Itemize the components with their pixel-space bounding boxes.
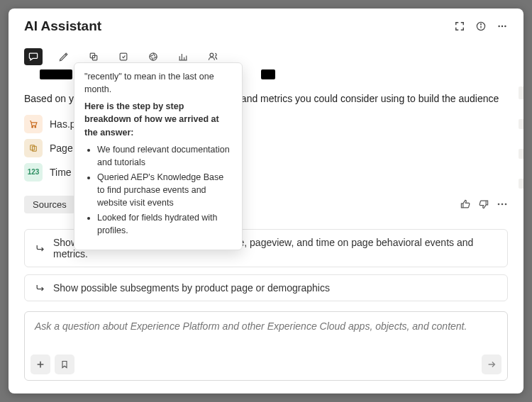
assistant-window: AI Assistant <box>9 9 523 393</box>
svg-point-5 <box>504 26 506 27</box>
more-icon[interactable] <box>497 199 508 210</box>
heading-prefix: Based on y <box>24 93 74 104</box>
redacted-text <box>40 69 72 79</box>
pages-icon <box>24 139 43 157</box>
svg-point-12 <box>35 126 36 128</box>
svg-point-18 <box>498 203 500 206</box>
svg-point-20 <box>505 203 507 206</box>
more-icon[interactable] <box>497 21 508 32</box>
composer <box>24 311 508 381</box>
content: Based on y and metrics you could conside… <box>9 69 523 388</box>
chip-label: Time <box>50 167 72 178</box>
suggestion-subsegments[interactable]: Show possible subsegments by product pag… <box>24 274 508 301</box>
pencil-icon[interactable] <box>55 48 72 65</box>
fullscreen-icon[interactable] <box>454 21 465 32</box>
svg-point-19 <box>501 203 504 206</box>
send-button[interactable] <box>482 354 501 374</box>
prompt-input[interactable] <box>25 312 507 350</box>
redacted-text <box>261 69 275 79</box>
svg-point-9 <box>150 53 157 60</box>
chat-mode-icon[interactable] <box>24 48 43 65</box>
feedback-actions <box>460 199 508 210</box>
reasoning-popover: "recently" to mean in the last one month… <box>74 62 243 250</box>
svg-rect-8 <box>120 53 127 60</box>
sources-button[interactable]: Sources <box>24 196 75 213</box>
svg-point-4 <box>501 26 503 27</box>
page-title: AI Assistant <box>24 18 101 34</box>
composer-bar <box>25 350 507 380</box>
popover-steps: We found relevant documentation and tuto… <box>84 143 232 238</box>
popover-step: We found relevant documentation and tuto… <box>97 143 232 169</box>
heading-suffix: and metrics you could consider using to … <box>241 93 499 104</box>
popover-step: Looked for fields hydrated with profiles… <box>97 211 232 237</box>
header-actions <box>454 21 508 32</box>
side-peek <box>519 86 523 242</box>
thumbs-up-icon[interactable] <box>460 199 471 210</box>
chip-label: Has.p <box>50 118 76 130</box>
bookmark-button[interactable] <box>55 354 74 374</box>
popover-step: Queried AEP's Knowledge Base to find pur… <box>97 171 232 209</box>
number-icon: 123 <box>24 163 43 182</box>
svg-point-10 <box>210 53 214 57</box>
thumbs-down-icon[interactable] <box>478 199 489 210</box>
popover-step-intro: Here is the step by step breakdown of ho… <box>84 100 232 138</box>
info-icon[interactable] <box>475 21 487 32</box>
svg-point-11 <box>32 126 33 128</box>
disclaimer: AI responses may be inaccurate or mislea… <box>9 388 523 393</box>
cart-icon <box>24 115 43 133</box>
reply-arrow-icon <box>35 282 46 294</box>
suggestion-text: Show possible subsegments by product pag… <box>53 282 330 294</box>
header: AI Assistant <box>9 9 523 41</box>
reply-arrow-icon <box>35 242 46 254</box>
svg-point-3 <box>498 26 499 27</box>
svg-point-2 <box>480 24 481 25</box>
popover-tail-line: "recently" to mean in the last one month… <box>84 70 232 96</box>
add-button[interactable] <box>31 354 50 374</box>
